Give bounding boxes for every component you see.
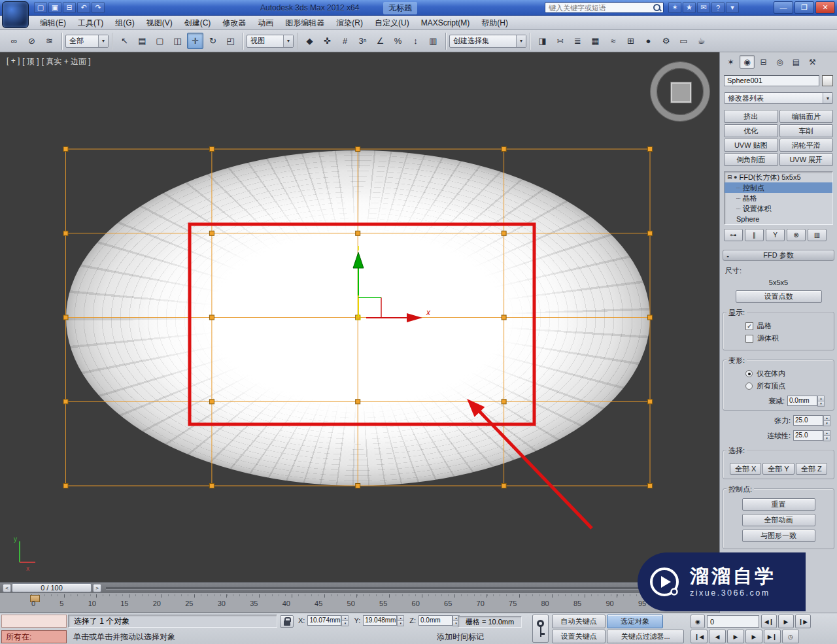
stack-sphere[interactable]: ⊟ ● Sphere [725,214,832,224]
search-input[interactable] [545,3,652,12]
spinner-arrows-icon[interactable]: ▴▾ [397,615,404,626]
menu-animation[interactable]: 动画 [252,16,279,30]
only-in-volume-radio[interactable] [745,370,753,377]
stack-ffd-modifier[interactable]: ⊟ ● FFD(长方体) 5x5x5 [725,172,832,182]
make-unique-icon[interactable]: Y [766,229,785,241]
viewcube[interactable] [651,62,709,121]
key-mode-selected-dropdown[interactable]: 选定对象 [607,615,663,628]
spinner-arrows-icon[interactable]: ▴▾ [817,396,825,406]
named-selection-sets-dropdown[interactable]: 创建选择集 ▾ [449,35,526,48]
menu-customize[interactable]: 自定义(U) [369,16,415,30]
modifier-turbosmooth-button[interactable]: 涡轮平滑 [779,139,834,152]
modifier-uvw-map-button[interactable]: UVW 贴图 [724,139,778,152]
remove-modifier-icon[interactable]: ⊗ [787,229,806,241]
infocenter-star-icon[interactable]: ✶ [668,2,681,13]
all-vertices-radio[interactable] [745,382,753,390]
material-editor-icon[interactable]: ● [640,33,657,49]
configure-modifier-sets-icon[interactable]: ▥ [808,229,827,241]
maximize-button[interactable]: ❐ [794,1,814,14]
go-to-start-button[interactable]: ❙◀ [691,630,708,643]
select-all-y-button[interactable]: 全部 Y [762,463,794,475]
open-file-icon[interactable]: ▣ [48,2,61,13]
time-slider-next-button[interactable]: > [93,584,101,592]
menu-maxscript[interactable]: MAXScript(M) [415,16,476,30]
favorites-star-icon[interactable]: ★ [683,2,696,13]
spinner-arrows-icon[interactable]: ▴▾ [823,430,830,441]
select-object-icon[interactable]: ↖ [116,33,133,49]
go-to-end-button[interactable]: ▶❙ [764,630,781,643]
bind-to-space-warp-icon[interactable]: ≋ [41,33,58,49]
select-all-x-button[interactable]: 全部 X [730,463,761,475]
stack-set-volume[interactable]: ⊟ ● 设置体积 [725,203,832,214]
menu-group[interactable]: 组(G) [109,16,140,30]
minimize-button[interactable]: — [774,1,793,14]
object-color-swatch[interactable] [822,75,833,86]
spinner-snap-icon[interactable]: ↕ [407,33,424,49]
new-file-icon[interactable]: ▢ [34,2,47,13]
viewport-menu-view[interactable]: [ 顶 ] [22,56,39,67]
select-all-z-button[interactable]: 全部 Z [796,463,827,475]
undo-icon[interactable]: ↶ [77,2,90,13]
reference-coordinate-dropdown[interactable]: 视图 ▾ [247,35,294,48]
modifier-extrude-button[interactable]: 挤出 [724,110,778,123]
play-button[interactable]: ▶ [778,615,794,628]
ffd-parameters-rollout[interactable]: - FFD 参数 [723,250,834,261]
percent-snap-icon[interactable]: % [390,33,406,49]
track-bar[interactable]: 0510152025303540455055606570758085909510… [0,593,719,613]
align-icon[interactable]: ∺ [552,33,568,49]
tab-utilities[interactable]: ⚒ [805,55,820,69]
redo-icon[interactable]: ↷ [92,2,105,13]
set-key-button[interactable]: 设置关键点 [552,630,606,643]
previous-key-button[interactable]: ◀ [709,630,726,643]
stack-control-points[interactable]: ⊟ ● 控制点 [725,182,832,193]
current-frame-field[interactable] [707,615,759,628]
reset-button[interactable]: 重置 [742,498,815,511]
use-center-icon[interactable]: ◆ [301,33,318,49]
viewport-menu-shading[interactable]: [ 真实 + 边面 ] [42,56,91,67]
app-logo-icon[interactable] [2,1,29,28]
select-and-rotate-icon[interactable]: ↻ [205,33,221,49]
conform-to-shape-button[interactable]: 与图形一致 [742,530,815,542]
spinner-arrows-icon[interactable]: ▴▾ [341,615,349,626]
key-mode-toggle-button[interactable]: ◉ [691,615,705,628]
lattice-checkbox[interactable]: ✓ [745,322,753,330]
tab-modify[interactable]: ◉ [740,55,755,69]
modifier-unwrap-uvw-button[interactable]: UVW 展开 [779,153,834,166]
select-and-scale-icon[interactable]: ◰ [222,33,239,49]
auto-key-button[interactable]: 自动关键点 [552,615,606,628]
mirror-icon[interactable]: ◨ [534,33,551,49]
key-filters-button[interactable]: 关键点过滤器... [607,630,684,643]
tab-hierarchy[interactable]: ⊟ [756,55,771,69]
modifier-optimize-button[interactable]: 优化 [724,124,778,137]
tab-create[interactable]: ✶ [723,55,738,69]
window-crossing-icon[interactable]: ◫ [169,33,186,49]
previous-frame-button[interactable]: ◀❙ [761,615,777,628]
curve-editor-icon[interactable]: ≈ [605,33,621,49]
select-and-manipulate-icon[interactable]: ✜ [319,33,335,49]
time-slider-prev-button[interactable]: < [3,584,11,592]
maxscript-macro-recorder[interactable] [1,615,67,628]
modifier-edit-patch-button[interactable]: 编辑面片 [779,110,834,123]
animate-all-button[interactable]: 全部动画 [742,514,815,526]
set-number-of-points-button[interactable]: 设置点数 [736,290,822,303]
menu-rendering[interactable]: 渲染(R) [330,16,369,30]
tab-display[interactable]: ▤ [789,55,804,69]
time-slider-handle[interactable]: 0 / 100 [12,583,92,592]
selection-lock-toggle[interactable] [280,615,294,628]
angle-snap-icon[interactable]: ∠ [372,33,388,49]
close-button[interactable]: ✕ [815,1,835,14]
menu-create[interactable]: 创建(C) [179,16,217,30]
render-production-icon[interactable]: ☕ [693,33,709,49]
time-configuration-button[interactable]: ◷ [782,630,799,643]
menu-tools[interactable]: 工具(T) [72,16,109,30]
search-icon[interactable] [652,3,662,12]
play-animation-button[interactable]: ▶ [727,630,744,643]
selection-region-icon[interactable]: ▢ [152,33,168,49]
render-setup-icon[interactable]: ⚙ [658,33,674,49]
set-keys-button[interactable] [532,615,549,643]
transform-gizmo[interactable]: x [353,246,431,322]
select-and-link-icon[interactable]: ∞ [6,33,22,49]
time-slider[interactable]: < 0 / 100 > [0,582,719,593]
menu-edit[interactable]: 编辑(E) [34,16,72,30]
continuity-spinner[interactable]: 25.0 ▴▾ [793,430,830,441]
